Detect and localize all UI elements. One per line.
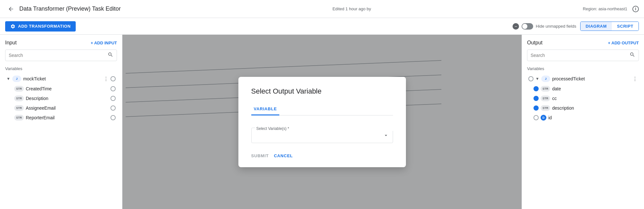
search-icon <box>108 52 113 59</box>
connector-dot-cc[interactable] <box>533 96 539 101</box>
var-parent-processedticket: ▼ J processedTicket ⋮ <box>527 74 639 84</box>
info-icon[interactable]: i <box>632 6 639 12</box>
var-name-date: date <box>552 86 638 91</box>
var-child-date: STR date <box>527 84 639 94</box>
modal-actions: SUBMIT CANCEL <box>251 151 393 158</box>
hide-unmapped-label: Hide unmapped fields <box>536 24 576 29</box>
d-badge-id: D <box>541 115 546 121</box>
output-title: Output <box>527 40 543 46</box>
gear-icon <box>10 24 15 29</box>
var-name-mockticket: mockTicket <box>23 76 101 81</box>
more-options-icon[interactable]: ⋮ <box>103 76 109 82</box>
connector-dot-assigneeemail[interactable] <box>111 105 116 111</box>
output-search-input[interactable] <box>531 53 630 58</box>
str-badge-createdtime: STR <box>14 86 24 92</box>
main-content: Input + ADD INPUT Variables ▼ J mockTick… <box>0 35 644 209</box>
connector-dot-id[interactable] <box>533 115 539 120</box>
toggle-switch[interactable] <box>522 23 533 30</box>
str-badge-reporteremail: STR <box>14 115 24 121</box>
type-badge-j: J <box>12 76 21 82</box>
str-badge-date: STR <box>541 86 550 92</box>
minus-icon: − <box>513 23 519 30</box>
add-output-button[interactable]: + ADD OUTPUT <box>608 41 639 45</box>
header-right: Region: asia-northeast1 i <box>583 6 639 12</box>
add-transformation-button[interactable]: ADD TRANSFORMATION <box>5 21 76 32</box>
input-panel: Input + ADD INPUT Variables ▼ J mockTick… <box>0 35 122 209</box>
variable-tab[interactable]: VARIABLE <box>251 103 280 115</box>
edit-status: Edited 1 hour ago by <box>121 6 583 11</box>
var-parent-mockticket: ▼ J mockTicket ⋮ <box>5 74 117 84</box>
more-options-icon-right[interactable]: ⋮ <box>632 76 638 82</box>
connector-dot-mockticket[interactable] <box>111 76 116 81</box>
submit-button[interactable]: SUBMIT <box>251 153 269 158</box>
var-child-createdtime: STR CreatedTime <box>5 84 117 94</box>
var-name-cc: cc <box>552 96 638 101</box>
modal-title: Select Output Variable <box>251 87 393 95</box>
region-label: Region: asia-northeast1 <box>583 6 627 11</box>
output-variables-label: Variables <box>527 66 639 71</box>
connector-dot-description-right[interactable] <box>533 105 539 111</box>
select-variables-label: Select Variable(s) * <box>255 126 397 131</box>
var-child-cc: STR cc <box>527 94 639 103</box>
str-badge-description-right: STR <box>541 105 550 111</box>
var-name-processedticket: processedTicket <box>552 76 630 81</box>
hide-unmapped-toggle: − Hide unmapped fields <box>513 23 576 30</box>
var-name-id: id <box>548 115 638 120</box>
connector-dot-reporteremail[interactable] <box>111 115 116 120</box>
var-child-id: D id <box>527 113 639 123</box>
header: Data Transformer (Preview) Task Editor E… <box>0 0 644 18</box>
search-icon-right <box>630 52 635 59</box>
connector-dot-createdtime[interactable] <box>111 86 116 91</box>
input-title: Input <box>5 40 17 46</box>
var-child-description: STR Description <box>5 94 117 103</box>
chevron-icon[interactable]: ▼ <box>6 77 10 81</box>
page-title: Data Transformer (Preview) Task Editor <box>19 5 121 12</box>
connector-dot-description[interactable] <box>111 96 116 101</box>
var-name-createdtime: CreatedTime <box>26 86 109 91</box>
add-input-button[interactable]: + ADD INPUT <box>91 41 117 45</box>
dropdown-chevron-icon <box>383 132 389 138</box>
connector-dot-processedticket-left[interactable] <box>528 76 533 81</box>
back-button[interactable] <box>5 3 17 15</box>
str-badge-assigneeemail: STR <box>14 105 24 111</box>
output-panel-header: Output + ADD OUTPUT <box>527 40 639 46</box>
input-search-box <box>5 50 117 61</box>
script-button[interactable]: SCRIPT <box>612 22 639 31</box>
var-child-description-right: STR description <box>527 103 639 113</box>
diagram-button[interactable]: DIAGRAM <box>581 22 612 31</box>
toolbar-right: − Hide unmapped fields DIAGRAM SCRIPT <box>513 22 639 31</box>
var-name-reporteremail: ReporterEmail <box>26 115 109 120</box>
modal-overlay: Select Output Variable VARIABLE Select V… <box>122 35 522 209</box>
toolbar: ADD TRANSFORMATION − Hide unmapped field… <box>0 18 644 35</box>
var-child-reporteremail: STR ReporterEmail <box>5 113 117 123</box>
input-variables-label: Variables <box>5 66 117 71</box>
select-variables-field: Select Variable(s) * <box>251 123 393 143</box>
cancel-button[interactable]: CANCEL <box>274 153 293 158</box>
input-search-input[interactable] <box>9 53 108 58</box>
str-badge-description: STR <box>14 95 24 101</box>
output-search-box <box>527 50 639 61</box>
output-panel: Output + ADD OUTPUT Variables ▼ J proces… <box>522 35 644 209</box>
var-child-assigneeemail: STR AssigneeEmail <box>5 103 117 113</box>
view-toggle: DIAGRAM SCRIPT <box>580 22 639 31</box>
var-name-assigneeemail: AssigneeEmail <box>26 105 109 111</box>
chevron-right-icon[interactable]: ▼ <box>535 77 539 81</box>
center-canvas: Select Output Variable VARIABLE Select V… <box>122 35 522 209</box>
type-badge-j-right: J <box>541 76 550 82</box>
connector-dot-date[interactable] <box>533 86 539 91</box>
str-badge-cc: STR <box>541 95 550 101</box>
input-panel-header: Input + ADD INPUT <box>5 40 117 46</box>
var-name-description-right: description <box>552 105 638 111</box>
add-transformation-label: ADD TRANSFORMATION <box>18 24 71 29</box>
modal-tabs: VARIABLE <box>251 103 393 115</box>
var-name-description: Description <box>26 96 109 101</box>
select-output-variable-modal: Select Output Variable VARIABLE Select V… <box>238 77 406 167</box>
